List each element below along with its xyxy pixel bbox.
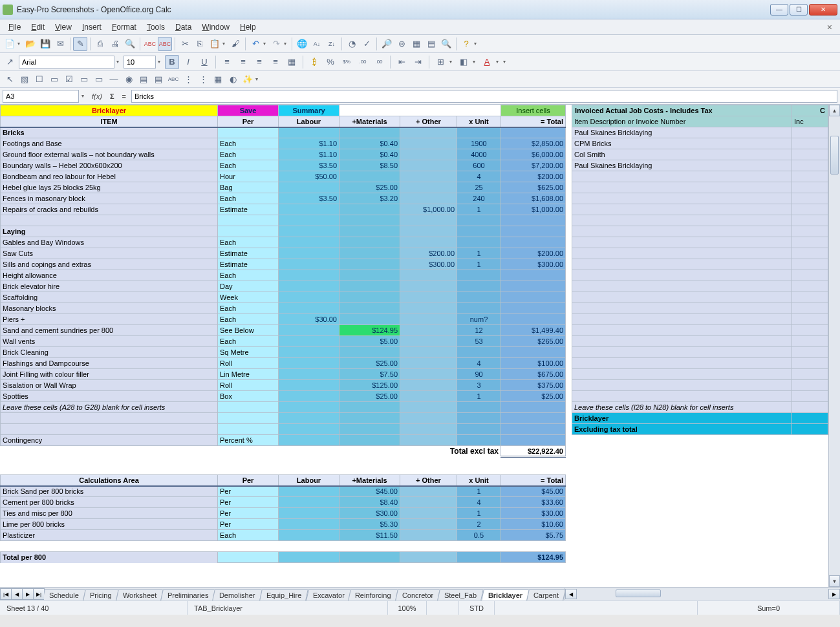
other-cell[interactable]: $200.00 (400, 248, 457, 259)
unit-cell[interactable]: num? (457, 314, 501, 325)
materials-cell[interactable]: $8.50 (339, 160, 400, 171)
materials-cell[interactable] (339, 226, 400, 237)
gallery-icon[interactable]: ▦ (409, 37, 424, 51)
new-icon[interactable]: 📄 (3, 37, 17, 51)
tab-prev-icon[interactable]: ◀ (11, 588, 23, 600)
list-icon[interactable]: ▤ (136, 72, 151, 87)
materials-cell[interactable]: $0.40 (339, 149, 400, 160)
labour-cell[interactable]: $30.00 (279, 314, 339, 325)
materials-cell[interactable]: $124.95 (339, 325, 400, 336)
materials-cell[interactable]: $25.00 (339, 182, 400, 193)
unit-cell[interactable]: 1 (457, 204, 501, 215)
copy-icon[interactable]: ⎘ (193, 37, 207, 51)
unit-cell[interactable] (457, 303, 501, 314)
item-cell[interactable]: Brick elevator hire (1, 281, 218, 292)
sheet-tab-reinforcing[interactable]: Reinforcing (349, 590, 398, 600)
font-name-select[interactable] (19, 56, 114, 69)
total-cell[interactable]: $625.00 (501, 182, 566, 193)
save-icon[interactable]: 💾 (38, 37, 52, 51)
styles-icon[interactable]: ↗ (3, 55, 17, 69)
labour-cell[interactable]: $3.50 (279, 160, 339, 171)
decrease-indent-icon[interactable]: ⇤ (394, 55, 409, 69)
invoice-item[interactable]: CPM Bricks (572, 138, 792, 149)
labour-cell[interactable] (279, 270, 339, 281)
italic-button[interactable]: I (181, 55, 195, 69)
total-cell[interactable]: $7,200.00 (501, 160, 566, 171)
total-cell[interactable]: $265.00 (501, 336, 566, 347)
cell-reference-input[interactable] (3, 90, 79, 103)
per-cell[interactable]: Each (218, 237, 279, 248)
font-color-icon[interactable]: A (480, 55, 494, 69)
menu-file[interactable]: File (4, 21, 25, 33)
label-icon[interactable]: ABC (166, 72, 180, 87)
labour-cell[interactable] (279, 248, 339, 259)
menu-view[interactable]: View (50, 21, 76, 33)
labour-cell[interactable] (279, 237, 339, 248)
item-cell[interactable]: Wall vents (1, 336, 218, 347)
other-cell[interactable] (400, 138, 457, 149)
total-cell[interactable] (501, 281, 566, 292)
align-center-icon[interactable]: ≡ (236, 55, 250, 69)
show-draw-icon[interactable]: ✓ (360, 37, 374, 51)
materials-cell[interactable]: $5.00 (339, 336, 400, 347)
sheet-tab-concretor[interactable]: Concretor (395, 590, 440, 600)
other-cell[interactable] (400, 314, 457, 325)
materials-cell[interactable] (339, 259, 400, 270)
menu-help[interactable]: Help (235, 21, 261, 33)
item-cell[interactable]: Flashings and Dampcourse (1, 358, 218, 369)
other-cell[interactable] (400, 149, 457, 160)
item-cell[interactable]: Masonary blocks (1, 303, 218, 314)
check-icon[interactable]: ☑ (62, 72, 76, 87)
per-cell[interactable]: Week (218, 292, 279, 303)
chart-icon[interactable]: ◔ (345, 37, 359, 51)
sheet-tab-steel_fab[interactable]: Steel_Fab (438, 590, 484, 600)
materials-cell[interactable]: $3.20 (339, 193, 400, 204)
help-icon[interactable]: ? (459, 37, 473, 51)
unit-cell[interactable]: 600 (457, 160, 501, 171)
standard-format-icon[interactable]: $% (339, 55, 354, 69)
item-cell[interactable]: Laying (1, 226, 218, 237)
per-cell[interactable]: Estimate (218, 248, 279, 259)
item-cell[interactable]: Contingency (1, 435, 218, 446)
unit-cell[interactable]: 90 (457, 369, 501, 380)
labour-cell[interactable] (279, 127, 339, 138)
other-cell[interactable] (400, 281, 457, 292)
materials-cell[interactable] (339, 281, 400, 292)
form-design-icon[interactable]: ▧ (17, 72, 32, 87)
total-cell[interactable] (501, 347, 566, 358)
unit-cell[interactable]: 25 (457, 182, 501, 193)
bold-button[interactable]: B (165, 55, 179, 69)
total-cell[interactable]: $675.00 (501, 369, 566, 380)
labour-cell[interactable] (279, 182, 339, 193)
sort-desc-icon[interactable]: Z↓ (325, 37, 339, 51)
unit-cell[interactable] (457, 127, 501, 138)
scroll-up-icon[interactable]: ▲ (829, 105, 840, 116)
labour-cell[interactable] (279, 347, 339, 358)
horizontal-scrollbar[interactable]: ◀ ▶ (565, 588, 840, 600)
per-cell[interactable] (218, 127, 279, 138)
calc-item[interactable]: Brick Sand per 800 bricks (1, 486, 218, 497)
total-cell[interactable] (501, 314, 566, 325)
total-cell[interactable]: $200.00 (501, 248, 566, 259)
materials-cell[interactable] (339, 402, 400, 413)
combo-icon[interactable]: ▤ (151, 72, 166, 87)
other-cell[interactable] (400, 347, 457, 358)
labour-cell[interactable]: $50.00 (279, 171, 339, 182)
navigator-icon[interactable]: ⊚ (394, 37, 409, 51)
email-icon[interactable]: ✉ (53, 37, 67, 51)
item-cell[interactable]: Joint Filling with colour filler (1, 369, 218, 380)
materials-cell[interactable] (339, 248, 400, 259)
hscroll-left-icon[interactable]: ◀ (565, 589, 577, 599)
sheet-tab-preliminaries[interactable]: Preliminaries (160, 590, 215, 600)
menu-edit[interactable]: Edit (27, 21, 49, 33)
per-cell[interactable]: Hour (218, 171, 279, 182)
labour-cell[interactable] (279, 292, 339, 303)
format-paint-icon[interactable]: 🖌 (228, 37, 242, 51)
unit-cell[interactable] (457, 292, 501, 303)
per-cell[interactable]: Bag (218, 182, 279, 193)
datasource-icon[interactable]: ▤ (424, 37, 438, 51)
item-cell[interactable]: Gables and Bay Windows (1, 237, 218, 248)
menu-format[interactable]: Format (107, 21, 141, 33)
control2-icon[interactable]: ▭ (47, 72, 61, 87)
item-cell[interactable]: Bricks (1, 127, 218, 138)
